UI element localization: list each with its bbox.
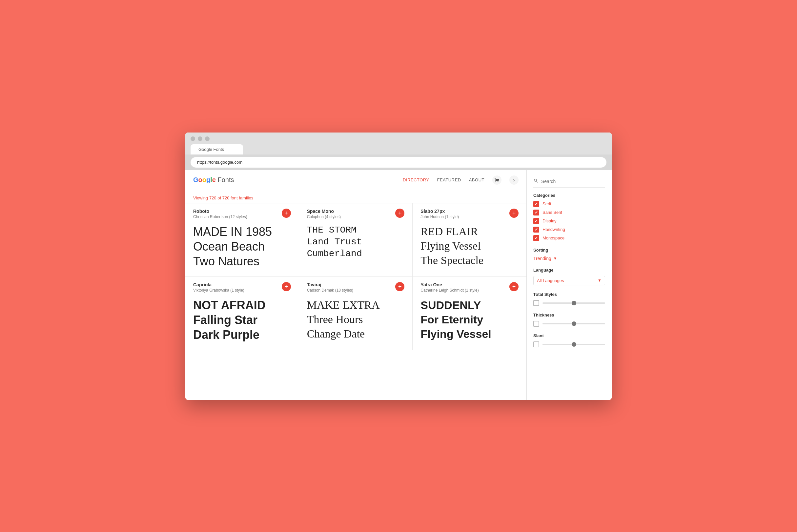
total-styles-checkbox[interactable] <box>533 300 539 306</box>
cart-icon[interactable] <box>492 175 501 185</box>
language-dropdown[interactable]: All Languages ▼ <box>533 276 605 285</box>
viewing-count-bar: Viewing 720 of 720 font families <box>185 190 527 203</box>
font-name: Slabo 27px <box>420 209 459 214</box>
category-display[interactable]: Display <box>533 218 605 224</box>
checkbox-display[interactable] <box>533 218 539 224</box>
slant-slider-row <box>533 341 605 347</box>
font-card-header: Taviraj Cadson Demak (18 styles) + <box>307 282 405 292</box>
search-icon <box>533 178 538 185</box>
language-title: Language <box>533 268 605 272</box>
font-grid: Roboto Christian Robertson (12 styles) +… <box>185 203 527 350</box>
font-preview: SUDDENLYFor EternityFlying Vessel <box>420 298 518 341</box>
font-card-header: Space Mono Colophon (4 styles) + <box>307 209 405 219</box>
font-author: Cadson Demak (18 styles) <box>307 288 353 292</box>
language-dropdown-arrow: ▼ <box>597 278 602 283</box>
font-name: Space Mono <box>307 209 341 214</box>
font-preview: RED FLAIRFlying VesselThe Spectacle <box>420 224 518 268</box>
dot-green <box>205 136 210 141</box>
font-preview: MADE IN 1985Ocean BeachTwo Natures <box>193 224 291 269</box>
nav-directory[interactable]: DIRECTORY <box>403 177 429 182</box>
sidebar-search-area <box>533 175 605 188</box>
category-monospace[interactable]: Monospace <box>533 235 605 241</box>
thickness-title: Thickness <box>533 312 605 318</box>
language-section: Language All Languages ▼ <box>533 268 605 285</box>
total-styles-section: Total Styles <box>533 292 605 306</box>
category-handwriting[interactable]: Handwriting <box>533 227 605 232</box>
thickness-section: Thickness <box>533 312 605 327</box>
thickness-thumb <box>572 321 576 326</box>
browser-dots <box>191 136 606 141</box>
category-serif[interactable]: Serif <box>533 201 605 207</box>
nav-featured[interactable]: FEATURED <box>437 177 461 182</box>
add-font-button[interactable]: + <box>395 209 404 218</box>
font-card-header: Roboto Christian Robertson (12 styles) + <box>193 209 291 219</box>
slant-section: Slant <box>533 333 605 347</box>
total-styles-slider[interactable] <box>543 302 605 304</box>
viewing-label-after: of 720 font families <box>216 195 253 201</box>
font-name: Roboto <box>193 209 247 214</box>
categories-title: Categories <box>533 193 605 198</box>
sidebar: Categories Serif Sans Serif Display Hand… <box>527 170 612 400</box>
font-card-spacemono: Space Mono Colophon (4 styles) + THE STO… <box>299 203 413 277</box>
browser-window: Google Fonts Google Fonts DIRECTORY FEAT… <box>185 133 612 400</box>
font-preview: NOT AFRAIDFalling StarDark Purple <box>193 298 291 342</box>
category-label-sans-serif: Sans Serif <box>543 210 562 215</box>
sorting-dropdown[interactable]: Trending ▼ <box>533 256 605 261</box>
font-card-roboto: Roboto Christian Robertson (12 styles) +… <box>185 203 299 277</box>
font-author: Colophon (4 styles) <box>307 214 341 219</box>
slant-checkbox[interactable] <box>533 341 539 347</box>
slant-slider[interactable] <box>543 344 605 345</box>
dot-red <box>191 136 195 141</box>
add-font-button[interactable]: + <box>509 282 518 291</box>
font-preview: THE STORMLand TrustCumberland <box>307 224 405 260</box>
sorting-value: Trending <box>533 256 551 261</box>
language-value: All Languages <box>537 278 564 283</box>
checkbox-monospace[interactable] <box>533 235 539 241</box>
total-styles-slider-row <box>533 300 605 306</box>
site-logo: Google Fonts <box>193 176 234 184</box>
browser-tab-bar: Google Fonts <box>191 144 606 154</box>
address-bar-input[interactable] <box>191 157 606 168</box>
site-header: Google Fonts DIRECTORY FEATURED ABOUT › <box>185 170 527 190</box>
categories-section: Categories Serif Sans Serif Display Hand… <box>533 193 605 241</box>
slant-title: Slant <box>533 333 605 338</box>
font-author: Viktoriya Grabowska (1 style) <box>193 288 244 292</box>
total-styles-title: Total Styles <box>533 292 605 297</box>
site-nav: DIRECTORY FEATURED ABOUT › <box>403 175 518 185</box>
category-sans-serif[interactable]: Sans Serif <box>533 210 605 215</box>
font-card-slabo: Slabo 27px John Hudson (1 style) + RED F… <box>413 203 527 277</box>
checkbox-handwriting[interactable] <box>533 227 539 232</box>
chevron-right-icon[interactable]: › <box>509 175 518 185</box>
nav-about[interactable]: ABOUT <box>469 177 485 182</box>
category-label-serif: Serif <box>543 202 551 206</box>
font-author: John Hudson (1 style) <box>420 214 459 219</box>
font-name: Capriola <box>193 282 244 287</box>
font-card-taviraj: Taviraj Cadson Demak (18 styles) + MAKE … <box>299 277 413 350</box>
thickness-checkbox[interactable] <box>533 321 539 327</box>
font-preview: MAKE EXTRAThree HoursChange Date <box>307 298 405 341</box>
dot-yellow <box>198 136 202 141</box>
font-card-header: Yatra One Catherine Leigh Schmidt (1 sty… <box>420 282 518 292</box>
sorting-dropdown-arrow: ▼ <box>553 256 557 261</box>
total-styles-thumb <box>572 301 576 305</box>
add-font-button[interactable]: + <box>509 209 518 218</box>
search-input[interactable] <box>541 179 605 184</box>
main-content: Google Fonts DIRECTORY FEATURED ABOUT › … <box>185 170 527 400</box>
thickness-slider[interactable] <box>543 323 605 324</box>
font-author: Christian Robertson (12 styles) <box>193 214 247 219</box>
checkbox-sans-serif[interactable] <box>533 210 539 215</box>
checkbox-serif[interactable] <box>533 201 539 207</box>
sorting-section: Sorting Trending ▼ <box>533 248 605 261</box>
viewing-label-before: Viewing <box>193 195 209 201</box>
browser-tab[interactable]: Google Fonts <box>191 144 243 154</box>
add-font-button[interactable]: + <box>282 282 291 291</box>
website-content: Google Fonts DIRECTORY FEATURED ABOUT › … <box>185 170 612 400</box>
add-font-button[interactable]: + <box>395 282 404 291</box>
thickness-slider-row <box>533 321 605 327</box>
sorting-title: Sorting <box>533 248 605 252</box>
font-name: Yatra One <box>420 282 478 287</box>
category-label-handwriting: Handwriting <box>543 227 565 232</box>
add-font-button[interactable]: + <box>282 209 291 218</box>
font-card-yatraone: Yatra One Catherine Leigh Schmidt (1 sty… <box>413 277 527 350</box>
font-card-capriola: Capriola Viktoriya Grabowska (1 style) +… <box>185 277 299 350</box>
